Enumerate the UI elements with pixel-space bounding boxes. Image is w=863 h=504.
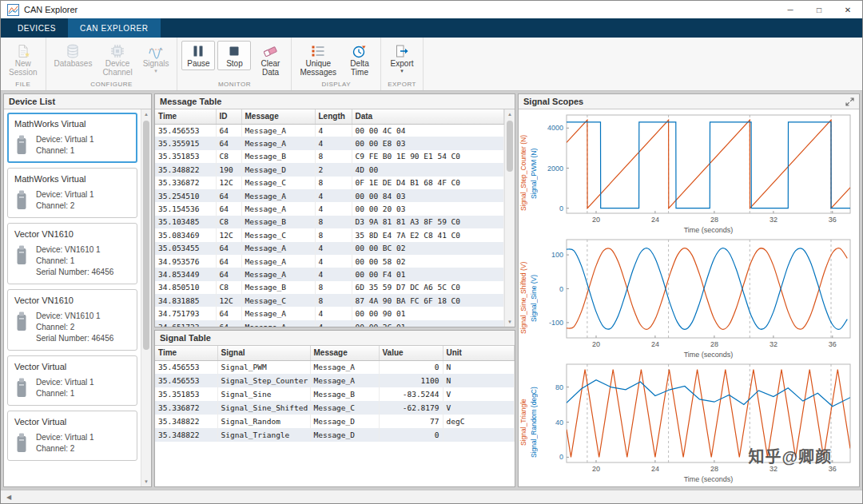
device-channel-button[interactable]: DeviceChannel bbox=[98, 41, 136, 79]
table-row[interactable]: 35.33687212CMessage_C80F 1E DE D4 B1 68 … bbox=[155, 177, 504, 189]
scroll-track[interactable] bbox=[141, 119, 151, 477]
table-row[interactable]: 35.351853Signal_SineMessage_B-83.5244V bbox=[155, 387, 515, 401]
table-row[interactable]: 35.08346912CMessage_C835 8D E4 7A E2 C8 … bbox=[155, 228, 504, 241]
toolbar-buttons: PauseStopClearData bbox=[177, 38, 291, 79]
statusbar-collapse-icon[interactable]: ◀ bbox=[6, 494, 11, 501]
column-header-time[interactable]: Time bbox=[155, 109, 216, 124]
device-detail-line: Device: VN1610 1 bbox=[36, 244, 113, 256]
table-row[interactable]: 34.83188512CMessage_C887 4A 90 BA FC 6F … bbox=[155, 294, 504, 307]
scroll-down-icon[interactable]: ▼ bbox=[141, 477, 151, 486]
column-header-signal[interactable]: Signal bbox=[217, 346, 310, 360]
device-card-2[interactable]: MathWorks VirtualDevice: Virtual 1Channe… bbox=[7, 168, 137, 218]
column-header-data[interactable]: Data bbox=[352, 109, 504, 124]
table-row[interactable]: 35.348822190Message_D24D 00 bbox=[155, 163, 504, 176]
device-icon bbox=[14, 244, 29, 267]
toolbar-group-label: MONITOR bbox=[177, 79, 291, 90]
button-label: Time bbox=[351, 68, 368, 77]
column-header-message[interactable]: Message bbox=[241, 109, 315, 124]
close-button[interactable]: ✕ bbox=[833, 1, 862, 18]
device-card-4[interactable]: Vector VN1610Device: VN1610 1Channel: 2S… bbox=[7, 289, 137, 351]
column-header-value[interactable]: Value bbox=[379, 346, 443, 360]
cell: 35.456553 bbox=[155, 360, 217, 374]
scroll-up-icon[interactable]: ▲ bbox=[141, 109, 151, 119]
column-header-unit[interactable]: Unit bbox=[443, 346, 515, 360]
maximize-button[interactable]: □ bbox=[805, 1, 833, 18]
expand-icon[interactable] bbox=[845, 97, 854, 106]
data-table: TimeSignalMessageValueUnit35.456553Signa… bbox=[155, 346, 515, 442]
table-row[interactable]: 35.05345564Message_A400 00 BC 02 bbox=[155, 242, 504, 255]
cell: 12C bbox=[216, 177, 241, 189]
cell: 8 bbox=[315, 177, 352, 189]
pause-button[interactable]: Pause bbox=[181, 41, 215, 70]
table-row[interactable]: 34.850510C8Message_B86D 35 59 D7 DC A6 5… bbox=[155, 281, 504, 294]
pause-icon bbox=[190, 43, 206, 59]
cell: 35 8D E4 7A E2 C8 41 C0 bbox=[352, 228, 504, 241]
tab-devices[interactable]: DEVICES bbox=[6, 18, 68, 38]
device-detail-line: Channel: 1 bbox=[36, 145, 94, 157]
stop-button[interactable]: Stop bbox=[217, 41, 251, 70]
table-row[interactable]: 35.456553Signal_PWMMessage_A0N bbox=[155, 360, 515, 374]
unique-messages-button[interactable]: UniqueMessages bbox=[296, 41, 340, 79]
table-row[interactable]: 34.75179364Message_A400 00 90 01 bbox=[155, 307, 504, 319]
device-name: Vector Virtual bbox=[14, 362, 130, 371]
table-row[interactable]: 35.103485C8Message_B8D3 9A 81 81 A3 8F 5… bbox=[155, 216, 504, 228]
table-row[interactable]: 35.45655364Message_A400 00 4C 04 bbox=[155, 124, 504, 137]
column-header-length[interactable]: Length bbox=[315, 109, 352, 124]
column-header-message[interactable]: Message bbox=[310, 346, 379, 360]
scroll-down-icon[interactable]: ▼ bbox=[505, 317, 515, 327]
column-header-id[interactable]: ID bbox=[216, 109, 241, 124]
cell: 34.953576 bbox=[155, 255, 216, 268]
scroll-up-icon[interactable]: ▲ bbox=[505, 109, 515, 119]
table-row[interactable]: 34.95357664Message_A400 00 58 02 bbox=[155, 255, 504, 268]
device-card-5[interactable]: Vector VirtualDevice: Virtual 1Channel: … bbox=[7, 355, 137, 406]
chart-area: -10001002024283236Time (seconds) bbox=[539, 236, 857, 360]
device-cards: MathWorks VirtualDevice: Virtual 1Channe… bbox=[4, 109, 141, 486]
table-row[interactable]: 35.25451064Message_A400 00 84 03 bbox=[155, 189, 504, 202]
column-header-time[interactable]: Time bbox=[155, 346, 217, 360]
message-table-scrollbar[interactable]: ▲ ▼ bbox=[504, 109, 515, 327]
cell: Signal_PWM bbox=[217, 360, 310, 374]
table-row[interactable]: 35.348822Signal_TriangleMessage_D0 bbox=[155, 428, 515, 442]
new-session-button[interactable]: NewSession bbox=[5, 41, 42, 79]
table-row[interactable]: 35.35591564Message_A400 00 E8 03 bbox=[155, 137, 504, 149]
table-row[interactable]: 35.348822Signal_RandomMessage_D77degC bbox=[155, 415, 515, 428]
table-row[interactable]: 34.65172364Message_A400 00 2C 01 bbox=[155, 320, 504, 327]
cell: Message_A bbox=[241, 137, 315, 149]
export-button[interactable]: Export▾ bbox=[385, 41, 419, 76]
cell: 35.355915 bbox=[155, 137, 216, 149]
cell: 00 00 2C 01 bbox=[352, 320, 504, 327]
device-card-body: Device: VN1610 1Channel: 1Serial Number:… bbox=[14, 244, 130, 278]
device-detail-line: Channel: 2 bbox=[36, 443, 94, 454]
cell: Signal_Sine_Shifted bbox=[217, 401, 310, 415]
cell: 4 bbox=[315, 189, 352, 202]
scroll-track[interactable] bbox=[505, 119, 515, 317]
minimize-button[interactable]: ─ bbox=[776, 1, 805, 18]
scroll-thumb[interactable] bbox=[143, 121, 149, 350]
toolbar-buttons: UniqueMessagesDeltaTime bbox=[292, 38, 380, 79]
data-table: TimeIDMessageLengthData35.45655364Messag… bbox=[155, 109, 504, 327]
clear-data-icon bbox=[262, 43, 278, 59]
cell: Message_C bbox=[241, 294, 315, 307]
databases-button[interactable]: Databases bbox=[50, 41, 97, 70]
cell: 4 bbox=[315, 268, 352, 280]
cell: 34.853449 bbox=[155, 268, 216, 280]
table-row[interactable]: 34.85344964Message_A400 00 F4 01 bbox=[155, 268, 504, 280]
device-card-body: Device: VN1610 1Channel: 2Serial Number:… bbox=[14, 311, 130, 344]
cell: 64 bbox=[216, 137, 241, 149]
tab-can-explorer[interactable]: CAN EXPLORER bbox=[68, 18, 161, 38]
cell: 4 bbox=[315, 255, 352, 268]
clear-data-button[interactable]: ClearData bbox=[253, 41, 287, 79]
cell: 4 bbox=[315, 137, 352, 149]
table-row[interactable]: 35.15453664Message_A400 00 20 03 bbox=[155, 202, 504, 215]
table-row[interactable]: 35.456553Signal_Step_CounterMessage_A110… bbox=[155, 374, 515, 387]
table-row[interactable]: 35.336872Signal_Sine_ShiftedMessage_C-62… bbox=[155, 401, 515, 415]
device-card-3[interactable]: Vector VN1610Device: VN1610 1Channel: 1S… bbox=[7, 223, 137, 284]
svg-text:4000: 4000 bbox=[547, 124, 563, 132]
table-row[interactable]: 35.351853C8Message_B8C9 FE B0 1E 90 E1 5… bbox=[155, 150, 504, 163]
delta-time-button[interactable]: DeltaTime bbox=[343, 41, 376, 79]
scroll-thumb[interactable] bbox=[507, 121, 513, 172]
signals-button[interactable]: Signals▾ bbox=[139, 41, 173, 76]
device-list-scrollbar[interactable]: ▲ ▼ bbox=[141, 109, 151, 486]
device-card-6[interactable]: Vector VirtualDevice: Virtual 1Channel: … bbox=[7, 411, 137, 461]
device-card-1[interactable]: MathWorks VirtualDevice: Virtual 1Channe… bbox=[7, 113, 137, 163]
